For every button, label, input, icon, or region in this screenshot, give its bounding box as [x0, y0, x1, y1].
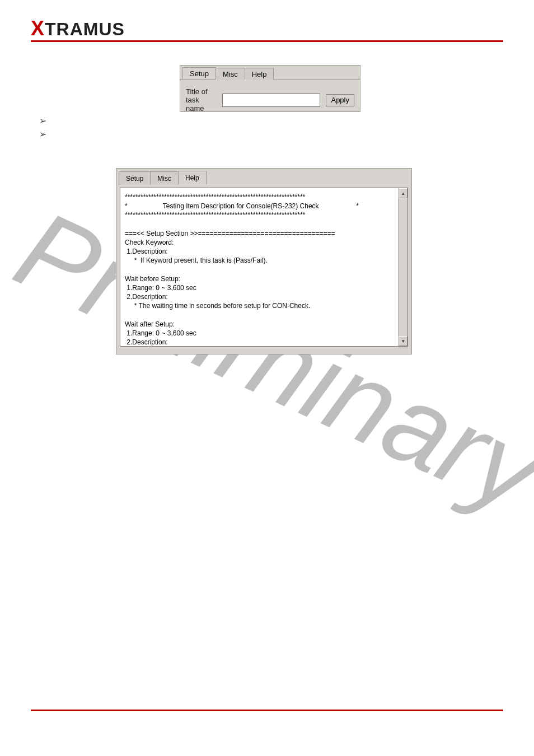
bullet-icon: ➢ [39, 115, 46, 126]
tab-setup[interactable]: Setup [182, 67, 216, 79]
tab-help[interactable]: Help [178, 171, 207, 184]
help-description-window: Setup Misc Help ************************… [116, 168, 412, 354]
logo-rest: TRAMUS [45, 19, 125, 39]
chevron-up-icon: ▴ [402, 190, 405, 197]
scroll-track[interactable] [399, 198, 407, 337]
brand-logo: XTRAMUS [31, 19, 125, 39]
logo-x: X [31, 17, 45, 40]
task-title-label: Title of task name [186, 87, 217, 113]
scroll-up-button[interactable]: ▴ [399, 188, 407, 198]
tab-bar: Setup Misc Help [180, 66, 360, 79]
tab-misc[interactable]: Misc [150, 171, 179, 185]
tab-help[interactable]: Help [245, 68, 274, 80]
header-rule [31, 40, 503, 42]
tab-bar: Setup Misc Help [116, 169, 411, 184]
tab-misc[interactable]: Misc [216, 68, 245, 80]
chevron-down-icon: ▾ [402, 338, 405, 344]
help-text-content: ****************************************… [120, 188, 407, 347]
footer-rule [31, 710, 503, 711]
task-title-field: Title of task name Apply [186, 87, 354, 113]
task-title-window: Setup Misc Help Title of task name Apply [180, 65, 360, 112]
apply-button[interactable]: Apply [326, 94, 354, 106]
page-header: XTRAMUS [31, 17, 503, 40]
window-body: Title of task name Apply [180, 79, 360, 113]
tab-setup[interactable]: Setup [119, 171, 151, 185]
vertical-scrollbar[interactable]: ▴ ▾ [398, 188, 407, 346]
help-text-box: ****************************************… [120, 188, 408, 347]
task-title-input[interactable] [222, 94, 320, 107]
scroll-down-button[interactable]: ▾ [399, 336, 407, 346]
bullet-icon: ➢ [39, 129, 46, 139]
